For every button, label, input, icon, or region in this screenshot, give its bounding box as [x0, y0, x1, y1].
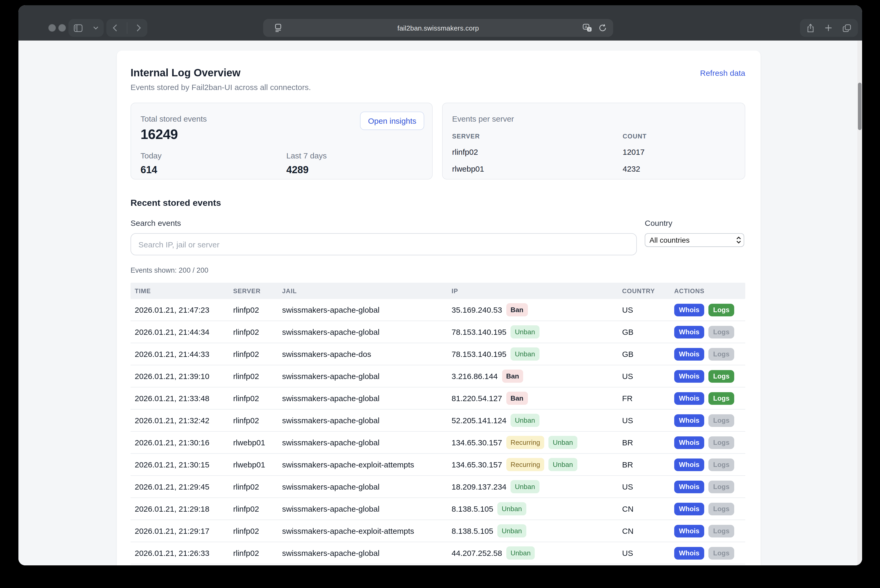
translate-icon[interactable]: A x	[583, 24, 592, 32]
page-content: Internal Log Overview Refresh data Event…	[18, 40, 862, 566]
logs-button[interactable]: Logs	[708, 458, 734, 471]
whois-button[interactable]: Whois	[674, 392, 704, 405]
page-subtitle: Events stored by Fail2ban-UI across all …	[130, 82, 745, 92]
tab-overview-icon[interactable]	[843, 24, 851, 32]
event-ip: 3.216.86.144	[451, 372, 498, 381]
event-jail: swissmakers-apache-exploit-attempts	[282, 526, 451, 536]
logs-button[interactable]: Logs	[708, 547, 734, 559]
new-tab-icon[interactable]	[825, 24, 832, 32]
refresh-data-link[interactable]: Refresh data	[700, 68, 745, 77]
events-shown-text: Events shown: 200 / 200	[130, 266, 745, 274]
share-icon[interactable]	[807, 23, 814, 32]
whois-button[interactable]: Whois	[674, 458, 704, 471]
logs-button[interactable]: Logs	[708, 436, 734, 449]
event-time: 2026.01.21, 21:30:15	[135, 460, 233, 469]
week-label: Last 7 days	[286, 150, 327, 161]
col-ip: IP	[451, 287, 622, 294]
server-count: 4232	[623, 164, 735, 174]
whois-button[interactable]: Whois	[674, 547, 704, 559]
chevron-down-icon[interactable]	[93, 26, 98, 30]
event-ip: 44.207.252.58	[451, 549, 502, 558]
event-actions: Whois Logs	[674, 414, 745, 427]
unban-badge: Unban	[511, 326, 540, 339]
ban-badge: Ban	[502, 369, 523, 383]
event-time: 2026.01.21, 21:29:18	[135, 504, 233, 513]
event-country: US	[622, 416, 674, 425]
event-ip-cell: 78.153.140.195Unban	[451, 347, 622, 361]
event-actions: Whois Logs	[674, 436, 745, 449]
event-country: US	[622, 372, 674, 381]
ban-badge: Ban	[506, 303, 528, 316]
toolbar-right-pill	[800, 19, 858, 37]
whois-button[interactable]: Whois	[674, 502, 704, 515]
search-input[interactable]	[130, 233, 637, 255]
server-name: rlwebp01	[452, 164, 623, 174]
event-ip-cell: 134.65.30.157RecurringUnban	[451, 458, 622, 471]
event-server: rlinfp02	[233, 482, 282, 491]
event-ip: 8.138.5.105	[451, 526, 493, 536]
country-select[interactable]: All countries	[645, 233, 744, 247]
page-format-icon[interactable]	[275, 24, 282, 32]
svg-text:A: A	[585, 24, 588, 29]
logs-button[interactable]: Logs	[708, 480, 734, 493]
event-ip-cell: 81.220.54.127Ban	[451, 392, 622, 405]
event-server: rlwebp01	[233, 460, 282, 469]
whois-button[interactable]: Whois	[674, 480, 704, 493]
today-value: 614	[141, 164, 286, 176]
ban-badge: Ban	[506, 392, 528, 405]
event-actions: Whois Logs	[674, 326, 745, 338]
logs-button[interactable]: Logs	[708, 370, 734, 382]
event-country: US	[622, 305, 674, 314]
table-row: 2026.01.21, 21:47:23 rlinfp02 swissmaker…	[130, 299, 745, 321]
scrollbar-thumb[interactable]	[858, 82, 862, 130]
whois-button[interactable]: Whois	[674, 303, 704, 316]
reload-icon[interactable]	[598, 24, 607, 32]
event-server: rlinfp02	[233, 350, 282, 358]
event-actions: Whois Logs	[674, 392, 745, 405]
whois-button[interactable]: Whois	[674, 414, 704, 427]
table-row: 2026.01.21, 21:30:15 rlwebp01 swissmaker…	[130, 454, 745, 476]
col-time: TIME	[135, 287, 233, 294]
whois-button[interactable]: Whois	[674, 370, 704, 382]
event-actions: Whois Logs	[674, 480, 745, 493]
event-time: 2026.01.21, 21:39:10	[135, 372, 233, 381]
event-jail: swissmakers-apache-global	[282, 482, 451, 491]
event-time: 2026.01.21, 21:44:34	[135, 327, 233, 336]
event-ip-cell: 35.169.240.53Ban	[451, 303, 622, 316]
back-icon[interactable]	[112, 24, 117, 32]
sidebar-toggle-icon[interactable]	[74, 24, 82, 32]
event-actions: Whois Logs	[674, 370, 745, 382]
address-bar[interactable]: fail2ban.swissmakers.corp A x	[263, 19, 613, 37]
event-jail: swissmakers-apache-global	[282, 394, 451, 403]
open-insights-button[interactable]: Open insights	[360, 112, 424, 130]
url-text: fail2ban.swissmakers.corp	[397, 24, 479, 32]
country-label: Country	[645, 218, 744, 228]
logs-button[interactable]: Logs	[708, 392, 734, 405]
whois-button[interactable]: Whois	[674, 326, 704, 338]
whois-button[interactable]: Whois	[674, 348, 704, 360]
whois-button[interactable]: Whois	[674, 525, 704, 537]
count-column-header: COUNT	[623, 132, 735, 141]
logs-button[interactable]: Logs	[708, 525, 734, 537]
table-row: 2026.01.21, 21:44:34 rlinfp02 swissmaker…	[130, 321, 745, 343]
table-row: 2026.01.21, 21:29:45 rlinfp02 swissmaker…	[130, 476, 745, 498]
close-window-button[interactable]	[48, 24, 56, 32]
search-events-label: Search events	[130, 218, 637, 228]
recent-events-heading: Recent stored events	[130, 197, 745, 208]
events-per-server-title: Events per server	[452, 114, 735, 124]
forward-icon[interactable]	[136, 24, 141, 32]
event-country: FR	[622, 394, 674, 403]
table-row: 2026.01.21, 21:26:10 rlwebp01 swissmaker…	[130, 564, 745, 566]
table-row: 2026.01.21, 21:44:33 rlinfp02 swissmaker…	[130, 343, 745, 365]
whois-button[interactable]: Whois	[674, 436, 704, 449]
logs-button[interactable]: Logs	[708, 502, 734, 515]
event-server: rlinfp02	[233, 305, 282, 314]
event-ip-cell: 18.209.137.234Unban	[451, 480, 622, 493]
logs-button[interactable]: Logs	[708, 414, 734, 427]
event-time: 2026.01.21, 21:29:45	[135, 482, 233, 491]
minimize-window-button[interactable]	[58, 24, 66, 32]
logs-button[interactable]: Logs	[708, 326, 734, 338]
col-actions: ACTIONS	[674, 287, 745, 294]
logs-button[interactable]: Logs	[708, 348, 734, 360]
logs-button[interactable]: Logs	[708, 303, 734, 316]
